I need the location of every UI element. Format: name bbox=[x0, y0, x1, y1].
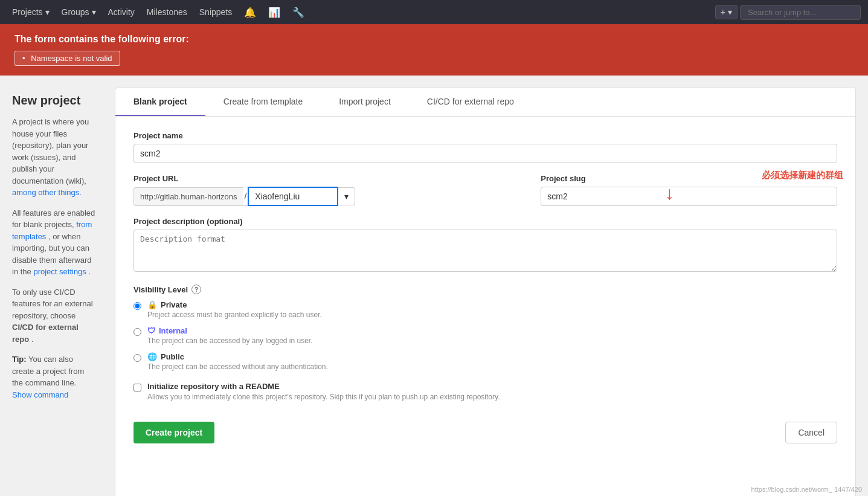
project-name-input[interactable] bbox=[133, 144, 837, 163]
init-repo-section: Initialize repository with a README Allo… bbox=[133, 382, 837, 401]
url-prefix-text: http://gitlab.human-horizons bbox=[133, 187, 243, 206]
project-slug-input[interactable] bbox=[541, 187, 837, 206]
project-tabs: Blank project Create from template Impor… bbox=[115, 88, 855, 117]
search-input[interactable] bbox=[740, 5, 861, 20]
url-slug-row: Project URL http://gitlab.human-horizons… bbox=[133, 174, 837, 217]
nav-snippets[interactable]: Snippets bbox=[194, 5, 237, 19]
globe-icon: 🌐 bbox=[147, 352, 157, 361]
visibility-section: Visibility Level ? 🔒 Private Project acc… bbox=[133, 285, 837, 371]
namespace-dropdown[interactable]: ▾ bbox=[338, 187, 355, 205]
nav-projects[interactable]: Projects ▾ bbox=[7, 5, 54, 19]
chart-icon[interactable]: 📊 bbox=[263, 4, 285, 21]
chevron-down-icon: ▾ bbox=[344, 192, 349, 201]
project-name-group: Project name bbox=[133, 131, 837, 163]
watermark: https://blog.csdn.net/worm_ 1447/420 bbox=[751, 486, 862, 493]
sidebar-desc2: All features are enabled for blank proje… bbox=[12, 207, 97, 278]
bell-icon[interactable]: 🔔 bbox=[239, 4, 261, 21]
wrench-icon[interactable]: 🔧 bbox=[288, 4, 309, 21]
visibility-public-radio[interactable] bbox=[133, 354, 141, 362]
sidebar: New project A project is where you house… bbox=[0, 76, 109, 496]
nav-activity[interactable]: Activity bbox=[103, 5, 140, 19]
description-group: Project description (optional) bbox=[133, 217, 837, 274]
tab-import-project[interactable]: Import project bbox=[321, 88, 409, 116]
main-content: Blank project Create from template Impor… bbox=[115, 88, 856, 496]
visibility-internal-option: 🛡 Internal The project can be accessed b… bbox=[133, 326, 837, 345]
visibility-internal-radio[interactable] bbox=[133, 328, 141, 336]
visibility-public-option: 🌐 Public The project can be accessed wit… bbox=[133, 352, 837, 371]
description-label: Project description (optional) bbox=[133, 217, 837, 226]
error-item: • Namespace is not valid bbox=[14, 51, 120, 66]
init-repo-label: Initialize repository with a README bbox=[147, 382, 500, 391]
error-banner: The form contains the following error: •… bbox=[0, 24, 868, 76]
project-form: 必须选择新建的群组 ↓ Project name Project URL htt… bbox=[115, 117, 855, 458]
url-separator: / bbox=[243, 187, 248, 206]
project-slug-group: Project slug bbox=[541, 174, 837, 206]
visibility-private-radio[interactable] bbox=[133, 302, 141, 310]
init-repo-checkbox[interactable] bbox=[133, 384, 141, 391]
nav-milestones[interactable]: Milestones bbox=[142, 5, 192, 19]
description-textarea[interactable] bbox=[133, 230, 837, 272]
sidebar-tip: Tip: You can also create a project from … bbox=[12, 353, 97, 401]
new-item-button[interactable]: + ▾ bbox=[715, 5, 738, 19]
main-container: New project A project is where you house… bbox=[0, 76, 868, 496]
top-navigation: Projects ▾ Groups ▾ Activity Milestones … bbox=[0, 0, 868, 24]
sidebar-desc1: A project is where you house your files … bbox=[12, 116, 97, 199]
project-name-label: Project name bbox=[133, 131, 837, 140]
namespace-input[interactable] bbox=[248, 187, 338, 206]
project-url-group: Project URL http://gitlab.human-horizons… bbox=[133, 174, 529, 206]
form-buttons: Create project Cancel bbox=[133, 416, 837, 443]
visibility-label: Visibility Level ? bbox=[133, 285, 837, 294]
chevron-down-icon: ▾ bbox=[92, 7, 96, 17]
sidebar-cicd: To only use CI/CD features for an extern… bbox=[12, 286, 97, 346]
error-title: The form contains the following error: bbox=[14, 34, 854, 45]
create-project-button[interactable]: Create project bbox=[133, 422, 214, 443]
chevron-down-icon: ▾ bbox=[45, 7, 50, 17]
lock-icon: 🔒 bbox=[147, 300, 157, 309]
tab-cicd-external[interactable]: CI/CD for external repo bbox=[409, 88, 532, 116]
nav-groups[interactable]: Groups ▾ bbox=[57, 5, 101, 19]
project-slug-label: Project slug bbox=[541, 174, 837, 183]
visibility-private-option: 🔒 Private Project access must be granted… bbox=[133, 300, 837, 319]
page-title: New project bbox=[12, 94, 97, 108]
sidebar-link-otherthings[interactable]: among other things. bbox=[12, 188, 82, 197]
url-row: http://gitlab.human-horizons / ▾ bbox=[133, 187, 529, 206]
tab-create-from-template[interactable]: Create from template bbox=[205, 88, 321, 116]
shield-icon: 🛡 bbox=[147, 326, 155, 335]
tab-blank-project[interactable]: Blank project bbox=[115, 88, 205, 116]
project-url-label: Project URL bbox=[133, 174, 529, 183]
show-command-link[interactable]: Show command bbox=[12, 390, 68, 399]
bullet-icon: • bbox=[22, 54, 25, 63]
chevron-down-icon: ▾ bbox=[728, 7, 732, 17]
init-repo-desc: Allows you to immediately clone this pro… bbox=[147, 393, 500, 401]
help-icon[interactable]: ? bbox=[191, 285, 201, 294]
cancel-button[interactable]: Cancel bbox=[785, 422, 837, 443]
sidebar-link-project-settings[interactable]: project settings bbox=[33, 267, 86, 276]
